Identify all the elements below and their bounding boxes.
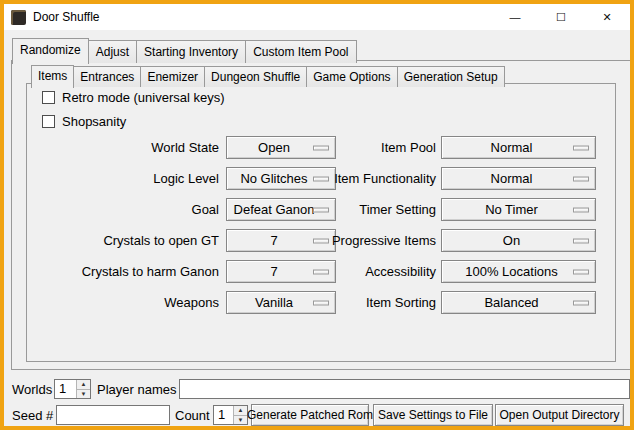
weapons-label: Weapons xyxy=(32,295,219,310)
crystals-gt-dropdown[interactable]: 7 xyxy=(226,229,336,252)
close-button[interactable]: ✕ xyxy=(584,4,630,30)
item-functionality-value: Normal xyxy=(491,171,533,186)
dropdown-indicator-icon xyxy=(313,238,329,243)
count-decrement-icon[interactable]: ▼ xyxy=(234,415,247,425)
count-spinbox[interactable]: 1 ▲ ▼ xyxy=(213,405,248,425)
open-output-button[interactable]: Open Output Directory xyxy=(495,404,624,426)
goal-dropdown[interactable]: Defeat Ganon xyxy=(226,198,336,221)
save-settings-button[interactable]: Save Settings to File xyxy=(373,404,493,426)
tab-items[interactable]: Items xyxy=(31,65,74,88)
count-value: 1 xyxy=(214,406,233,424)
crystals-ganon-value: 7 xyxy=(270,264,277,279)
goal-label: Goal xyxy=(32,202,219,217)
logic-level-label: Logic Level xyxy=(32,171,219,186)
timer-setting-value: No Timer xyxy=(485,202,538,217)
dropdown-indicator-icon xyxy=(313,300,329,305)
goal-value: Defeat Ganon xyxy=(234,202,315,217)
sub-tab-bar: Items Entrances Enemizer Dungeon Shuffle… xyxy=(31,64,504,87)
crystals-gt-label: Crystals to open GT xyxy=(32,233,219,248)
worlds-label: Worlds xyxy=(12,382,52,397)
dropdown-indicator-icon xyxy=(313,269,329,274)
dropdown-indicator-icon xyxy=(313,176,329,181)
seed-input[interactable] xyxy=(56,405,170,425)
logic-level-dropdown[interactable]: No Glitches xyxy=(226,167,336,190)
window-controls: — ☐ ✕ xyxy=(492,4,630,30)
dropdown-indicator-icon xyxy=(313,207,329,212)
item-functionality-dropdown[interactable]: Normal xyxy=(441,167,596,190)
timer-setting-dropdown[interactable]: No Timer xyxy=(441,198,596,221)
crystals-ganon-label: Crystals to harm Ganon xyxy=(32,264,219,279)
progressive-items-dropdown[interactable]: On xyxy=(441,229,596,252)
retro-mode-label: Retro mode (universal keys) xyxy=(62,90,225,105)
item-sorting-value: Balanced xyxy=(484,295,538,310)
maximize-button[interactable]: ☐ xyxy=(538,4,584,30)
world-state-value: Open xyxy=(258,140,290,155)
shopsanity-checkbox-box[interactable] xyxy=(42,115,55,128)
worlds-spinbox[interactable]: 1 ▲ ▼ xyxy=(54,379,91,399)
worlds-value: 1 xyxy=(55,380,76,398)
dropdown-indicator-icon xyxy=(573,207,589,212)
minimize-button[interactable]: — xyxy=(492,4,538,30)
accessibility-value: 100% Locations xyxy=(465,264,558,279)
tab-generation-setup[interactable]: Generation Setup xyxy=(397,66,505,87)
world-state-dropdown[interactable]: Open xyxy=(226,136,336,159)
tab-custom-item-pool[interactable]: Custom Item Pool xyxy=(245,40,356,63)
tab-starting-inventory[interactable]: Starting Inventory xyxy=(136,40,246,63)
worlds-increment-icon[interactable]: ▲ xyxy=(77,380,90,389)
tab-dungeon-shuffle[interactable]: Dungeon Shuffle xyxy=(204,66,307,87)
tab-adjust[interactable]: Adjust xyxy=(88,40,137,63)
weapons-dropdown[interactable]: Vanilla xyxy=(226,291,336,314)
window-title: Door Shuffle xyxy=(33,10,100,24)
shopsanity-checkbox[interactable]: Shopsanity xyxy=(42,114,126,129)
app-window: Door Shuffle — ☐ ✕ Randomize Adjust Star… xyxy=(0,0,634,430)
app-icon xyxy=(11,10,26,25)
progressive-items-label: Progressive Items xyxy=(329,233,436,248)
item-pool-value: Normal xyxy=(491,140,533,155)
count-increment-icon[interactable]: ▲ xyxy=(234,406,247,415)
logic-level-value: No Glitches xyxy=(240,171,307,186)
dropdown-indicator-icon xyxy=(573,176,589,181)
world-state-label: World State xyxy=(32,140,219,155)
crystals-ganon-dropdown[interactable]: 7 xyxy=(226,260,336,283)
accessibility-dropdown[interactable]: 100% Locations xyxy=(441,260,596,283)
shopsanity-label: Shopsanity xyxy=(62,114,126,129)
dropdown-indicator-icon xyxy=(573,238,589,243)
progressive-items-value: On xyxy=(503,233,520,248)
retro-mode-checkbox-box[interactable] xyxy=(42,91,55,104)
dropdown-indicator-icon xyxy=(313,145,329,150)
item-pool-dropdown[interactable]: Normal xyxy=(441,136,596,159)
dropdown-indicator-icon xyxy=(573,300,589,305)
seed-label: Seed # xyxy=(12,408,53,423)
count-label: Count xyxy=(175,408,210,423)
dropdown-indicator-icon xyxy=(573,145,589,150)
retro-mode-checkbox[interactable]: Retro mode (universal keys) xyxy=(42,90,225,105)
crystals-gt-value: 7 xyxy=(270,233,277,248)
tab-entrances[interactable]: Entrances xyxy=(73,66,141,87)
player-names-label: Player names xyxy=(97,382,176,397)
accessibility-label: Accessibility xyxy=(329,264,436,279)
item-sorting-label: Item Sorting xyxy=(329,295,436,310)
worlds-decrement-icon[interactable]: ▼ xyxy=(77,389,90,399)
tab-enemizer[interactable]: Enemizer xyxy=(140,66,205,87)
tab-randomize[interactable]: Randomize xyxy=(12,38,89,64)
player-names-input[interactable] xyxy=(179,379,630,399)
item-sorting-dropdown[interactable]: Balanced xyxy=(441,291,596,314)
timer-setting-label: Timer Setting xyxy=(329,202,436,217)
generate-button[interactable]: Generate Patched Rom xyxy=(251,404,369,426)
item-functionality-label: Item Functionality xyxy=(329,171,436,186)
main-tab-bar: Randomize Adjust Starting Inventory Cust… xyxy=(12,38,356,63)
weapons-value: Vanilla xyxy=(255,295,293,310)
titlebar: Door Shuffle — ☐ ✕ xyxy=(4,4,630,30)
dropdown-indicator-icon xyxy=(573,269,589,274)
item-pool-label: Item Pool xyxy=(329,140,436,155)
tab-game-options[interactable]: Game Options xyxy=(306,66,397,87)
